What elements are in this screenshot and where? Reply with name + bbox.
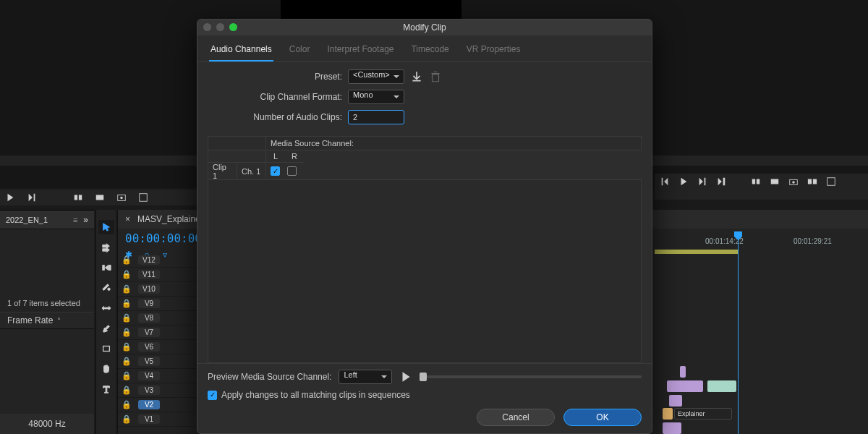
svg-point-10 xyxy=(792,181,795,184)
lock-icon[interactable]: 🔒 xyxy=(118,270,135,279)
preset-select[interactable]: <Custom> xyxy=(348,69,404,84)
track-header-v7[interactable]: 🔒V7 xyxy=(118,326,197,340)
track-header-v1[interactable]: 🔒V1 xyxy=(118,412,197,427)
channel-l-checkbox[interactable] xyxy=(271,166,280,176)
track-label: V7 xyxy=(138,328,160,337)
clip-segment[interactable] xyxy=(707,380,736,392)
clip-segment[interactable]: Explainer xyxy=(674,408,732,420)
comparison-icon[interactable] xyxy=(807,176,818,187)
lock-icon[interactable]: 🔒 xyxy=(118,342,135,352)
pen-tool[interactable] xyxy=(98,321,114,336)
numclips-input[interactable] xyxy=(348,110,404,124)
safe-margins-icon[interactable] xyxy=(825,176,837,187)
insert-icon[interactable] xyxy=(72,192,84,203)
format-select[interactable]: Mono xyxy=(348,90,404,104)
clip-label: Explainer xyxy=(678,410,705,417)
lock-icon[interactable]: 🔒 xyxy=(118,284,135,294)
svg-rect-13 xyxy=(827,178,835,186)
track-header-v5[interactable]: 🔒V5 xyxy=(118,354,197,369)
zoom-window-icon[interactable] xyxy=(229,23,237,31)
type-tool[interactable] xyxy=(98,382,114,396)
lock-icon[interactable]: 🔒 xyxy=(118,328,135,337)
track-select-tool[interactable] xyxy=(98,240,114,255)
track-header-v8[interactable]: 🔒V8 xyxy=(118,311,197,326)
razor-tool[interactable] xyxy=(98,281,114,295)
close-icon[interactable]: × xyxy=(125,214,130,224)
hand-tool[interactable] xyxy=(98,362,114,376)
column-header-framerate[interactable]: Frame Rate ˄ xyxy=(0,312,94,329)
apply-all-checkbox[interactable] xyxy=(208,391,217,400)
program-ruler xyxy=(655,190,868,200)
export-frame-icon[interactable] xyxy=(116,192,127,203)
track-label: V5 xyxy=(138,357,160,366)
step-icon[interactable] xyxy=(26,192,38,203)
lock-icon[interactable]: 🔒 xyxy=(118,371,135,380)
track-header-v3[interactable]: 🔒V3 xyxy=(118,383,197,398)
grid-subheader-blank xyxy=(208,150,266,163)
clip-segment[interactable] xyxy=(680,366,686,378)
overwrite-icon[interactable] xyxy=(94,192,106,203)
track-header-v10[interactable]: 🔒V10 xyxy=(118,282,197,297)
lock-icon[interactable]: 🔒 xyxy=(118,414,135,424)
lock-icon[interactable]: 🔒 xyxy=(118,299,135,308)
lock-icon[interactable]: 🔒 xyxy=(118,313,135,323)
rectangle-tool[interactable] xyxy=(98,341,114,356)
program-transport xyxy=(655,174,868,190)
track-header-v11[interactable]: 🔒V11 xyxy=(118,268,197,282)
preview-play-icon[interactable] xyxy=(399,370,412,383)
lift-icon[interactable] xyxy=(750,176,762,187)
ok-button[interactable]: OK xyxy=(563,409,642,426)
panel-menu-icon[interactable]: ≡ xyxy=(73,216,77,224)
lock-icon[interactable]: 🔒 xyxy=(118,255,135,265)
track-header-v12[interactable]: 🔒V12 xyxy=(118,253,197,268)
selection-tool[interactable] xyxy=(98,220,114,234)
camera-icon[interactable] xyxy=(788,176,799,187)
cancel-label: Cancel xyxy=(502,412,529,422)
column-header-label: Frame Rate xyxy=(7,315,53,326)
header-l: L xyxy=(266,150,285,163)
dialog-titlebar[interactable]: Modify Clip xyxy=(197,20,652,35)
sequence-tab[interactable]: MASV_Explaine xyxy=(137,214,200,224)
settings-icon[interactable] xyxy=(137,192,149,203)
preview-label: Preview Media Source Channel: xyxy=(208,372,331,382)
minimize-window-icon[interactable] xyxy=(216,23,224,31)
channel-r-checkbox[interactable] xyxy=(287,166,297,176)
apply-all-label: Apply changes to all matching clips in s… xyxy=(221,390,410,400)
step-fwd-icon[interactable] xyxy=(697,176,708,187)
slip-tool[interactable] xyxy=(98,301,114,315)
track-header-v4[interactable]: 🔒V4 xyxy=(118,369,197,383)
expand-icon[interactable]: » xyxy=(83,215,88,225)
track-header-v9[interactable]: 🔒V9 xyxy=(118,297,197,311)
lock-icon[interactable]: 🔒 xyxy=(118,400,135,409)
save-preset-icon[interactable] xyxy=(410,70,423,83)
clip-segment[interactable] xyxy=(663,408,673,420)
cancel-button[interactable]: Cancel xyxy=(477,409,555,426)
tab-interpret-footage[interactable]: Interpret Footage xyxy=(326,41,395,61)
step-back-icon[interactable] xyxy=(659,176,671,187)
preview-select[interactable]: Left xyxy=(339,370,392,384)
mark-out-icon[interactable] xyxy=(715,176,727,187)
playhead[interactable] xyxy=(738,233,739,434)
project-tab[interactable]: 2022_EN_1 ≡ » xyxy=(0,210,94,229)
track-header-v2[interactable]: 🔒V2 xyxy=(118,398,197,412)
ruler-tick: 00:01:29:21 xyxy=(793,237,832,245)
lock-icon[interactable]: 🔒 xyxy=(118,386,135,395)
tab-vr-properties[interactable]: VR Properties xyxy=(465,41,522,61)
work-area-bar[interactable] xyxy=(655,250,738,254)
extract-icon[interactable] xyxy=(769,176,780,187)
tab-timecode[interactable]: Timecode xyxy=(409,41,450,61)
clip-segment[interactable] xyxy=(667,380,703,392)
play-icon[interactable] xyxy=(4,192,16,203)
lock-icon[interactable]: 🔒 xyxy=(118,357,135,366)
delete-preset-icon xyxy=(429,70,442,83)
close-window-icon[interactable] xyxy=(203,23,211,31)
preview-value: Left xyxy=(344,370,357,379)
clip-segment[interactable] xyxy=(663,422,681,434)
ripple-edit-tool[interactable] xyxy=(98,260,114,275)
preview-slider[interactable] xyxy=(420,375,642,378)
tab-audio-channels[interactable]: Audio Channels xyxy=(209,41,273,61)
tab-color[interactable]: Color xyxy=(288,41,312,61)
clip-segment[interactable] xyxy=(669,395,682,407)
play-icon[interactable] xyxy=(678,176,689,187)
track-header-v6[interactable]: 🔒V6 xyxy=(118,340,197,354)
